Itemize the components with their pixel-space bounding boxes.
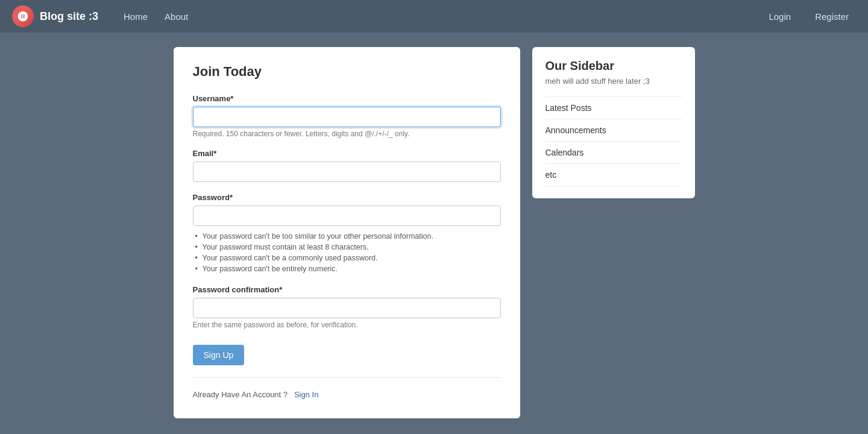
password-confirmation-group: Password confirmation* Enter the same pa… [193, 285, 501, 329]
sidebar-item-latest-posts[interactable]: Latest Posts [546, 96, 682, 119]
password-hints: Your password can't be too similar to yo… [193, 231, 501, 274]
brand: Blog site :3 [12, 5, 98, 27]
nav-links: Home About [116, 8, 761, 25]
brand-logo [12, 5, 34, 27]
signup-button[interactable]: Sign Up [193, 345, 245, 365]
brand-title[interactable]: Blog site :3 [40, 10, 98, 23]
registration-form-card: Join Today Username* Required. 150 chara… [174, 47, 520, 418]
password-hint-1: Your password can't be too similar to yo… [193, 231, 501, 242]
sidebar-card: Our Sidebar meh will add stuff here late… [532, 47, 695, 198]
password-hint-2: Your password must contain at least 8 ch… [193, 242, 501, 253]
sidebar-item-calendars[interactable]: Calendars [546, 141, 682, 163]
username-hint: Required. 150 characters or fewer. Lette… [193, 130, 501, 138]
nav-register[interactable]: Register [808, 8, 856, 25]
password-confirmation-input[interactable] [193, 298, 501, 318]
username-label: Username* [193, 94, 501, 103]
nav-home[interactable]: Home [116, 8, 155, 25]
sidebar-menu: Latest Posts Announcements Calendars etc [546, 96, 682, 186]
password-confirmation-label: Password confirmation* [193, 285, 501, 294]
sidebar-title: Our Sidebar [546, 59, 682, 73]
password-hint-3: Your password can't be a commonly used p… [193, 253, 501, 263]
navbar-right: Login Register [761, 8, 856, 25]
sidebar-subtitle: meh will add stuff here later ;3 [546, 77, 682, 86]
password-label: Password* [193, 193, 501, 202]
signin-link[interactable]: Sign In [294, 390, 318, 399]
sidebar-item-etc[interactable]: etc [546, 163, 682, 186]
password-confirmation-hint: Enter the same password as before, for v… [193, 321, 501, 329]
sidebar-item-announcements[interactable]: Announcements [546, 119, 682, 141]
email-input[interactable] [193, 162, 501, 182]
password-group: Password* Your password can't be too sim… [193, 193, 501, 274]
navbar: Blog site :3 Home About Login Register [0, 0, 868, 33]
signin-row: Already Have An Account ? Sign In [193, 377, 501, 399]
nav-about[interactable]: About [157, 8, 195, 25]
page-content: Join Today Username* Required. 150 chara… [72, 33, 796, 433]
email-group: Email* [193, 149, 501, 182]
password-input[interactable] [193, 206, 501, 226]
username-group: Username* Required. 150 characters or fe… [193, 94, 501, 138]
form-title: Join Today [193, 64, 501, 80]
nav-login[interactable]: Login [761, 8, 798, 25]
username-input[interactable] [193, 107, 501, 127]
already-account-text: Already Have An Account ? [193, 390, 288, 399]
email-label: Email* [193, 149, 501, 158]
password-hint-4: Your password can't be entirely numeric. [193, 263, 501, 274]
